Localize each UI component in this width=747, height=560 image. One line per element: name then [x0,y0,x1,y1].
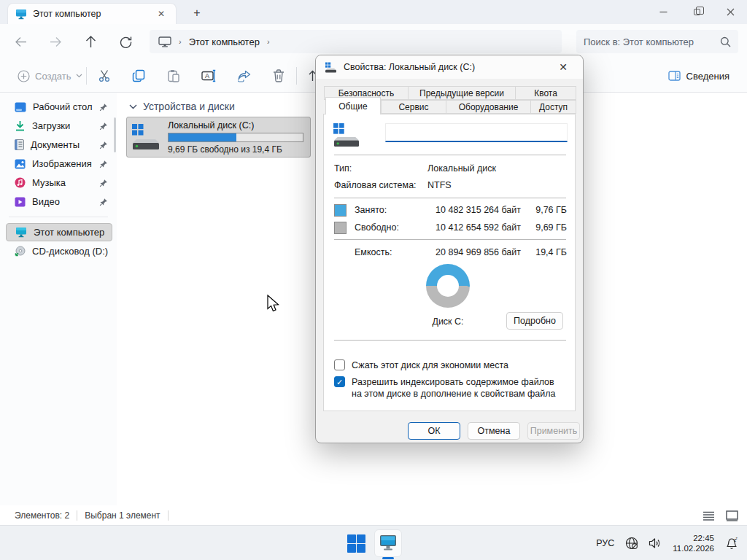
create-button[interactable]: Создать [12,64,88,88]
pin-icon[interactable] [99,122,108,131]
sidebar-item-documents[interactable]: Документы [6,136,112,154]
forward-button[interactable] [44,30,67,53]
pin-icon[interactable] [99,103,108,112]
taskbar-explorer-app[interactable] [374,529,402,557]
start-button[interactable] [347,534,365,553]
this-pc-icon [379,534,398,552]
tray-time: 22:45 [673,533,714,543]
close-button[interactable] [713,0,747,24]
search-box[interactable] [576,30,738,53]
videos-icon [15,197,26,207]
drive-free-space: 9,69 ГБ свободно из 19,4 ГБ [168,144,304,155]
sidebar-item-cd-drive[interactable]: CD-дисковод (D:) [6,242,112,260]
volume-label-input[interactable] [385,123,568,142]
sidebar-item-this-pc[interactable]: Этот компьютер [6,223,112,241]
used-space-row: Занято: 10 482 315 264 байт 9,76 ГБ [334,203,567,217]
navigation-bar: › Этот компьютер › [0,24,747,58]
share-button[interactable] [231,63,257,88]
toolbar-divider [86,67,87,85]
large-icons-view-icon[interactable] [724,509,740,522]
dialog-title: Свойства: Локальный диск (C:) [344,62,546,72]
copy-button[interactable] [125,63,152,88]
paste-button[interactable] [160,63,187,88]
index-checkbox[interactable]: ✓ [334,376,345,387]
hard-drive-icon [333,123,360,148]
restore-button[interactable] [680,0,713,24]
sidebar-item-music[interactable]: Музыка [6,174,112,192]
pin-icon[interactable] [99,179,108,187]
dialog-close-icon[interactable]: ✕ [552,58,574,77]
delete-button[interactable] [266,63,292,88]
ok-button[interactable]: ОК [408,422,460,440]
sidebar-item-desktop[interactable]: Рабочий стол [6,98,112,116]
tab-sharing[interactable]: Доступ [530,100,576,114]
address-bar[interactable]: › Этот компьютер › [150,30,562,53]
type-label: Тип: [334,163,352,174]
svg-text:A: A [205,72,209,79]
selection-count: Выбран 1 элемент [85,510,160,521]
do-not-disturb-bell-icon[interactable]: zz [720,537,747,551]
compress-checkbox[interactable] [334,359,345,370]
chevron-down-icon[interactable] [129,104,137,109]
details-button[interactable]: Подробно [506,312,563,330]
pin-icon[interactable] [99,160,108,168]
general-tab-pane: Тип: Локальный диск Файловая система: NT… [323,114,576,411]
pin-icon[interactable] [99,198,108,206]
index-checkbox-row[interactable]: ✓ Разрешить индексировать содержимое фай… [334,376,568,400]
check-icon: ✓ [336,378,343,386]
sidebar: Рабочий стол Загрузки Документы Изображе… [0,93,117,505]
tab-quota[interactable]: Квота [515,86,576,100]
cut-button[interactable] [92,63,118,88]
documents-icon [15,139,24,150]
dialog-titlebar[interactable]: Свойства: Локальный диск (C:) ✕ [316,55,583,79]
this-pc-icon [15,227,27,238]
up-button[interactable] [79,30,102,53]
refresh-button[interactable] [114,30,137,53]
plus-circle-icon [18,70,30,82]
chevron-right-icon: › [179,37,182,46]
tab-hardware[interactable]: Оборудование [446,100,531,114]
active-app-indicator [382,557,394,559]
compress-checkbox-row[interactable]: Сжать этот диск для экономии места [334,359,508,371]
details-pane-button[interactable]: Сведения [662,64,735,88]
hard-drive-icon [131,123,160,151]
minimize-button[interactable] [646,0,680,24]
details-pane-icon [668,71,681,81]
cancel-button[interactable]: Отмена [468,422,520,440]
clock[interactable]: 22:45 11.02.2026 [673,533,714,553]
tab-general[interactable]: Общие [325,97,381,114]
tab-close-icon[interactable]: ✕ [154,7,169,21]
sidebar-item-videos[interactable]: Видео [6,192,112,211]
new-tab-button[interactable]: + [188,4,206,22]
drive-usage-fill [169,133,236,141]
hard-drive-small-icon [325,62,337,73]
breadcrumb[interactable]: Этот компьютер [189,36,260,47]
properties-dialog: Свойства: Локальный диск (C:) ✕ Безопасн… [315,55,584,443]
tab-tools[interactable]: Сервис [381,100,446,114]
chevron-down-icon [76,74,82,78]
explorer-tab[interactable]: Этот компьютер ✕ [7,3,177,24]
pin-icon[interactable] [99,141,108,149]
filesystem-label: Файловая система: [334,180,417,190]
disk-usage-donut-chart [426,264,470,308]
drive-c-item[interactable]: Локальный диск (C:) 9,69 ГБ свободно из … [126,117,311,158]
language-indicator[interactable]: РУС [590,538,620,548]
used-color-swatch [334,204,347,217]
sidebar-scrollbar[interactable] [114,117,116,152]
filesystem-value: NTFS [427,180,452,190]
details-view-icon[interactable] [700,509,716,522]
sidebar-item-downloads[interactable]: Загрузки [6,117,112,135]
rename-button[interactable]: A [196,63,222,88]
group-header-devices[interactable]: Устройства и диски [129,101,235,112]
drive-name: Локальный диск (C:) [168,120,304,131]
sidebar-item-pictures[interactable]: Изображения [6,155,112,173]
chevron-right-icon[interactable]: › [267,37,270,46]
back-button[interactable] [9,30,32,53]
tray-date: 11.02.2026 [673,543,714,553]
apply-button[interactable]: Применить [527,422,580,440]
donut-chart-label: Диск C: [397,316,499,327]
tab-previous-versions[interactable]: Предыдущие версии [408,86,516,100]
network-globe-icon[interactable] [620,537,643,550]
volume-icon[interactable] [643,537,667,549]
search-input[interactable] [584,36,720,47]
